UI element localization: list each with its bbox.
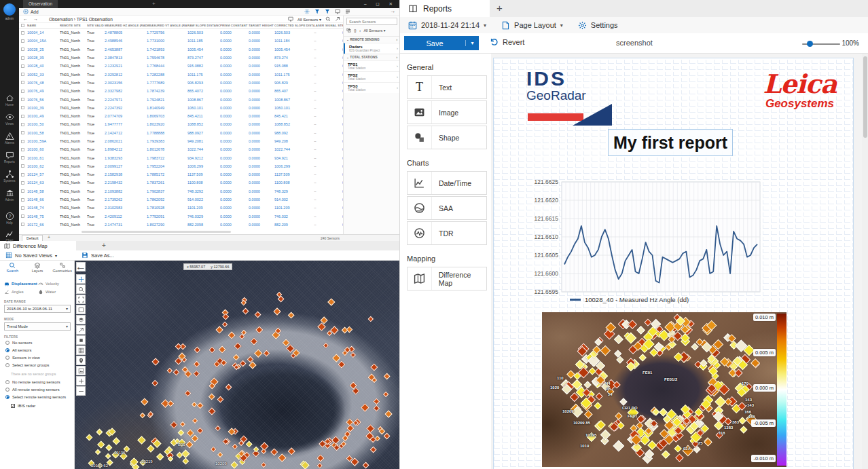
saved-views-dropdown[interactable]: No Saved Views▾ bbox=[5, 252, 57, 259]
sensor-marker[interactable] bbox=[167, 368, 173, 373]
table-row[interactable]: 10148_74TN01_NorthTrue2.31029831.7810928… bbox=[19, 204, 343, 212]
sensor-marker[interactable] bbox=[218, 345, 226, 354]
table-row[interactable]: 10028_25TN01_NorthTrue2.46538871.7421893… bbox=[19, 45, 343, 54]
reports-new-tab-button[interactable]: + bbox=[496, 2, 503, 14]
row-checkbox[interactable] bbox=[21, 189, 24, 193]
sensor-marker[interactable] bbox=[362, 462, 369, 469]
palette-item-tdr[interactable]: TDR bbox=[407, 221, 487, 245]
collapse-panel-button[interactable]: ← bbox=[76, 262, 86, 271]
map-tool-minus-button[interactable] bbox=[76, 386, 86, 396]
sensor-marker[interactable] bbox=[151, 358, 159, 365]
table-row[interactable]: 10148_58TN01_NorthTrue2.10938821.7902837… bbox=[19, 187, 343, 195]
sensor-marker[interactable] bbox=[96, 428, 103, 435]
map-tool-full-button[interactable] bbox=[76, 305, 86, 314]
group-icon[interactable] bbox=[346, 28, 351, 33]
table-row[interactable]: 10076_49TN01_NorthTrue2.33279821.7874239… bbox=[19, 87, 343, 95]
column-header[interactable]: NAME bbox=[27, 24, 60, 27]
mode-option-displacement[interactable]: Displacement bbox=[4, 281, 38, 286]
sidebar-item-home[interactable]: Home bbox=[0, 94, 19, 107]
leica-geosystems-logo[interactable]: Leica Geosystems bbox=[757, 71, 842, 110]
row-checkbox[interactable] bbox=[21, 173, 24, 176]
sensor-marker[interactable] bbox=[366, 424, 375, 433]
report-line-chart[interactable]: 121.6625121.6620121.6615121.6610121.6605… bbox=[522, 175, 767, 311]
sensor-marker[interactable] bbox=[193, 371, 199, 377]
column-header[interactable]: MEASURED VT ANGLE (RAD) bbox=[147, 24, 187, 27]
row-checkbox[interactable] bbox=[21, 123, 24, 126]
sensor-marker[interactable] bbox=[374, 405, 380, 411]
sensor-marker[interactable] bbox=[94, 449, 101, 455]
map-new-tab-button[interactable]: + bbox=[102, 242, 106, 249]
export-icon[interactable] bbox=[335, 16, 340, 22]
sensor-marker[interactable] bbox=[263, 350, 270, 357]
table-row[interactable]: 10148_75TN01_NorthTrue2.42091121.7792091… bbox=[19, 212, 343, 221]
radio-all-sensors[interactable]: All sensors bbox=[5, 348, 31, 352]
new-tab-button[interactable]: + bbox=[152, 0, 156, 8]
sensor-marker[interactable] bbox=[208, 408, 215, 415]
map-tool-imgsq-button[interactable] bbox=[76, 366, 86, 375]
page-layout-dropdown[interactable]: Page Layout▾ bbox=[501, 21, 563, 30]
palette-item-date-time[interactable]: Date/Time bbox=[407, 171, 487, 195]
sensor-marker[interactable] bbox=[341, 440, 346, 446]
map-panel-tab-layers[interactable]: Layers bbox=[25, 262, 50, 273]
sensor-marker[interactable] bbox=[350, 352, 356, 358]
row-checkbox[interactable] bbox=[21, 140, 24, 143]
row-checkbox[interactable] bbox=[21, 39, 24, 43]
table-row[interactable]: 10052_33TN01_NorthTrue2.32928121.7282288… bbox=[19, 70, 343, 78]
gear-icon[interactable] bbox=[304, 9, 310, 14]
map-canvas[interactable]: 101951021910185 62E0110209 x 55957.07 y … bbox=[75, 261, 399, 469]
map-panel-tab-search[interactable]: Search bbox=[0, 262, 25, 273]
sensor-marker[interactable] bbox=[232, 443, 238, 449]
sidebar-item-help[interactable]: ?Help bbox=[0, 212, 19, 225]
report-heatmap-image[interactable]: 11010204445541020910209 85101951019FE01F… bbox=[542, 312, 786, 467]
column-header[interactable]: LASER SIGNAL STRENGTH bbox=[314, 24, 342, 27]
sensor-marker[interactable] bbox=[372, 377, 377, 382]
row-checkbox[interactable] bbox=[21, 115, 24, 118]
sensor-marker[interactable] bbox=[228, 331, 236, 339]
select-all-checkbox[interactable] bbox=[21, 24, 24, 27]
table-horizontal-scrollbar[interactable] bbox=[82, 231, 231, 233]
table-row[interactable]: 10172_66TN01_NorthTrue2.14747311.8027290… bbox=[19, 221, 343, 227]
column-header[interactable]: RAW SLOPE DISTANCE (M) bbox=[187, 24, 220, 27]
zoom-slider-handle[interactable] bbox=[807, 41, 813, 47]
sensor-marker[interactable] bbox=[140, 413, 145, 418]
canvas-scrollbar[interactable] bbox=[862, 54, 868, 469]
sensor-marker[interactable] bbox=[215, 326, 223, 335]
row-checkbox[interactable] bbox=[21, 81, 24, 84]
table-row[interactable]: 10028_39TN01_NorthTrue2.38478131.7594678… bbox=[19, 54, 343, 62]
sidebar-item-admin[interactable]: Admin bbox=[0, 189, 19, 202]
tree-item-tps2[interactable]: TPS2Total Station› bbox=[344, 71, 400, 82]
sensor-marker[interactable] bbox=[370, 364, 378, 371]
radio-select-sensor-groups[interactable]: Select sensor groups bbox=[5, 363, 49, 367]
row-checkbox[interactable] bbox=[21, 164, 24, 168]
listic-icon[interactable] bbox=[345, 9, 350, 14]
mode-option-angles[interactable]: Angles bbox=[4, 289, 38, 295]
sensor-marker[interactable] bbox=[185, 390, 192, 396]
sensor-marker[interactable] bbox=[245, 441, 252, 448]
monitor-icon[interactable] bbox=[288, 16, 293, 22]
row-checkbox[interactable] bbox=[21, 98, 24, 101]
map-tool-pan-button[interactable] bbox=[76, 274, 86, 284]
radio-all-remote-sensing-sensors[interactable]: All remote sensing sensors bbox=[5, 388, 60, 392]
sensor-marker[interactable] bbox=[215, 426, 221, 431]
braces-icon[interactable]: {} bbox=[354, 29, 357, 33]
forward-button[interactable]: → bbox=[33, 16, 38, 21]
radio-select-remote-sensing-sensors[interactable]: Select remote sensing sensors bbox=[5, 395, 66, 399]
sensor-marker[interactable] bbox=[217, 452, 223, 458]
row-checkbox[interactable] bbox=[21, 198, 24, 202]
sensor-marker[interactable] bbox=[112, 437, 120, 445]
map-tool-sq-button[interactable] bbox=[76, 335, 86, 345]
row-checkbox[interactable] bbox=[21, 56, 24, 60]
back-button[interactable]: ← bbox=[23, 16, 28, 21]
table-row[interactable]: 10076_56TN01_NorthTrue2.22479711.7924821… bbox=[19, 95, 343, 103]
report-page[interactable]: IDS GeoRadar Leica Geosystems My first r… bbox=[493, 58, 854, 469]
sensor-marker[interactable] bbox=[137, 436, 146, 445]
sensor-marker[interactable] bbox=[225, 384, 232, 391]
column-header[interactable]: PRISM CONSTANT (M) bbox=[220, 24, 249, 27]
sensor-marker[interactable] bbox=[208, 393, 215, 400]
mode-option-velocity[interactable]: Velocity bbox=[38, 281, 72, 286]
row-checkbox[interactable] bbox=[21, 31, 24, 35]
add-button[interactable]: Add bbox=[23, 9, 39, 14]
ids-georadar-logo[interactable]: IDS GeoRadar bbox=[526, 69, 635, 126]
radio-no-remote-sensing-sensors[interactable]: No remote sensing sensors bbox=[5, 380, 60, 384]
table-row[interactable]: 10100_62TN01_NorthTrue2.00991271.7952204… bbox=[19, 162, 343, 170]
